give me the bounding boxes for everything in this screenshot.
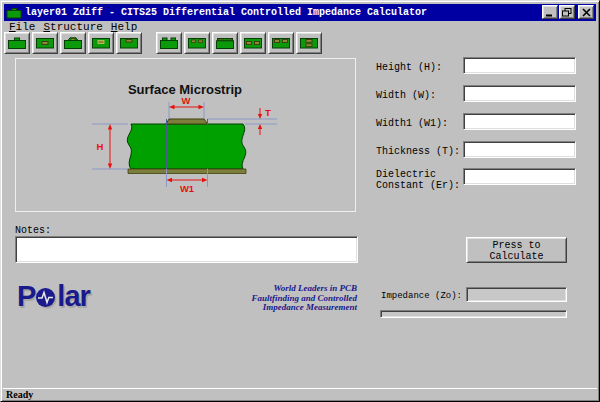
embedded-microstrip-shallow-icon bbox=[119, 36, 139, 50]
toolbar-button-embedded-microstrip[interactable] bbox=[88, 32, 114, 54]
title-bar[interactable]: layer01 Zdiff - CITS25 Differential Cont… bbox=[4, 4, 596, 21]
toolbar-button-diff-embedded-microstrip[interactable] bbox=[268, 32, 294, 54]
width-input[interactable] bbox=[463, 85, 576, 102]
app-icon bbox=[6, 7, 22, 19]
notes-input[interactable] bbox=[15, 236, 358, 263]
progress-bar bbox=[380, 310, 567, 318]
restore-icon bbox=[562, 8, 572, 17]
dielectric-constant-label: Dielectric Constant (Er): bbox=[376, 169, 460, 191]
height-input[interactable] bbox=[463, 57, 576, 74]
diff-embedded-shallow-icon bbox=[187, 36, 207, 50]
restore-button[interactable] bbox=[559, 5, 575, 19]
dielectric-constant-input[interactable] bbox=[463, 168, 576, 185]
polar-logo: P lar bbox=[17, 280, 90, 310]
polar-logo-o-pulse-icon bbox=[35, 287, 57, 309]
diff-surface-microstrip-icon bbox=[159, 36, 179, 50]
close-icon bbox=[582, 8, 591, 17]
toolbar-separator bbox=[144, 32, 156, 54]
ground-plane-shape bbox=[128, 169, 246, 174]
diff-coated-microstrip-icon bbox=[215, 36, 235, 50]
impedance-label: Impedance (Zo): bbox=[381, 291, 462, 301]
minimize-icon bbox=[545, 8, 555, 17]
calculate-button[interactable]: Press to Calculate bbox=[466, 237, 567, 263]
dim-label-w: W bbox=[182, 95, 191, 106]
embedded-microstrip-icon bbox=[91, 36, 111, 50]
broadside-coupled-stripline-icon bbox=[299, 36, 319, 50]
impedance-result-field bbox=[466, 287, 567, 302]
width-label: Width (W): bbox=[376, 90, 436, 101]
dim-label-w1: W1 bbox=[180, 183, 195, 194]
thickness-label: Thickness (T): bbox=[376, 146, 460, 157]
app-window: layer01 Zdiff - CITS25 Differential Cont… bbox=[0, 0, 600, 402]
close-button[interactable] bbox=[578, 5, 594, 19]
height-label: Height (H): bbox=[376, 62, 442, 73]
window-controls bbox=[541, 5, 594, 19]
width1-input[interactable] bbox=[463, 113, 576, 130]
toolbar-button-stripline[interactable] bbox=[32, 32, 58, 54]
diff-embedded-microstrip-icon bbox=[271, 36, 291, 50]
substrate-shape bbox=[127, 124, 246, 169]
status-text: Ready bbox=[6, 389, 33, 400]
status-bar: Ready bbox=[3, 388, 597, 400]
coated-microstrip-icon bbox=[63, 36, 83, 50]
surface-microstrip-icon bbox=[7, 36, 27, 50]
toolbar-button-coated-microstrip[interactable] bbox=[60, 32, 86, 54]
toolbar-button-diff-surface-microstrip[interactable] bbox=[156, 32, 182, 54]
toolbar-button-embedded-microstrip-shallow[interactable] bbox=[116, 32, 142, 54]
diff-stripline-icon bbox=[243, 36, 263, 50]
dim-label-t: T bbox=[265, 107, 271, 118]
toolbar-button-diff-embedded-shallow[interactable] bbox=[184, 32, 210, 54]
stripline-icon bbox=[35, 36, 55, 50]
brand-tagline: World Leaders in PCB Faultfinding and Co… bbox=[219, 284, 357, 313]
trace-shape bbox=[166, 119, 208, 124]
toolbar-button-diff-stripline[interactable] bbox=[240, 32, 266, 54]
width1-label: Width1 (W1): bbox=[376, 118, 448, 129]
toolbar-button-surface-microstrip[interactable] bbox=[4, 32, 30, 54]
toolbar-button-diff-coated-microstrip[interactable] bbox=[212, 32, 238, 54]
toolbar-button-broadside-coupled-stripline[interactable] bbox=[296, 32, 322, 54]
thickness-input[interactable] bbox=[463, 141, 576, 158]
notes-label: Notes: bbox=[15, 225, 51, 236]
minimize-button[interactable] bbox=[542, 5, 558, 19]
toolbar bbox=[4, 32, 324, 56]
surface-microstrip-diagram: Surface Microstrip bbox=[16, 59, 355, 211]
window-title: layer01 Zdiff - CITS25 Differential Cont… bbox=[25, 4, 427, 21]
dim-label-h: H bbox=[97, 141, 104, 152]
structure-diagram-panel: Surface Microstrip bbox=[15, 58, 356, 212]
